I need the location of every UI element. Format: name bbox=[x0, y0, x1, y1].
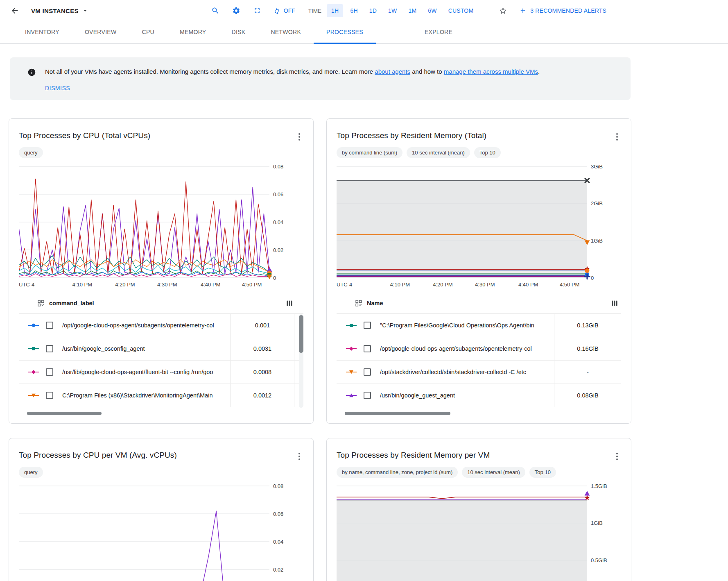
vertical-scrollbar[interactable] bbox=[299, 314, 303, 408]
card-title: Top Processes by CPU per VM (Avg. vCPUs) bbox=[19, 451, 303, 460]
card-title: Top Processes by Resident Memory per VM bbox=[337, 451, 621, 460]
settings-button[interactable] bbox=[229, 3, 244, 18]
horizontal-scrollbar[interactable] bbox=[27, 412, 102, 415]
row-label: /usr/lib/google-cloud-ops-agent/fluent-b… bbox=[62, 369, 231, 375]
card-header: Top Processes by Resident Memory (Total) bbox=[337, 131, 621, 140]
more-options-button[interactable] bbox=[292, 449, 307, 464]
manage-vms-link[interactable]: manage them across multiple VMs bbox=[444, 68, 538, 75]
chip-top10[interactable]: Top 10 bbox=[474, 147, 501, 158]
svg-text:0.04: 0.04 bbox=[273, 219, 283, 225]
search-button[interactable] bbox=[208, 3, 223, 18]
cpu-per-vm-chart[interactable]: 0.080.060.040.020UTC-44:10 PM4:20 PM4:30… bbox=[19, 482, 303, 581]
card-top-processes-by-resident-memory-per-vm: Top Processes by Resident Memory per VM … bbox=[326, 438, 631, 581]
row-label: C:\Program Files (x86)\Stackdriver\Monit… bbox=[62, 392, 231, 399]
table-row: /usr/bin/google_guest_agent 0.08GiB bbox=[337, 384, 621, 407]
cpu-total-chart[interactable]: 0.080.060.040.020UTC-44:10 PM4:20 PM4:30… bbox=[19, 162, 303, 292]
svg-text:0.04: 0.04 bbox=[273, 539, 283, 545]
series-marker bbox=[28, 369, 46, 375]
more-options-button[interactable] bbox=[292, 129, 307, 144]
chip-group-by[interactable]: by name, command line, zone, project id … bbox=[337, 467, 458, 478]
tab-inventory[interactable]: INVENTORY bbox=[12, 21, 72, 44]
row-value: 0.08GiB bbox=[554, 384, 621, 407]
row-checkbox[interactable] bbox=[364, 322, 371, 329]
series-marker bbox=[346, 369, 364, 375]
columns-button[interactable] bbox=[611, 300, 618, 306]
select-all-checkbox[interactable] bbox=[38, 300, 44, 306]
svg-text:4:50 PM: 4:50 PM bbox=[560, 281, 579, 288]
series-marker bbox=[346, 393, 364, 398]
svg-text:4:10 PM: 4:10 PM bbox=[390, 281, 410, 288]
card-title: Top Processes by Resident Memory (Total) bbox=[337, 131, 621, 140]
back-button[interactable] bbox=[7, 2, 23, 19]
tab-explore[interactable]: EXPLORE bbox=[412, 21, 465, 44]
row-checkbox[interactable] bbox=[364, 392, 371, 399]
row-checkbox[interactable] bbox=[46, 345, 53, 352]
svg-text:0: 0 bbox=[591, 275, 594, 281]
svg-text:4:20 PM: 4:20 PM bbox=[115, 281, 135, 288]
tab-memory[interactable]: MEMORY bbox=[167, 21, 219, 44]
column-header-label: command_label bbox=[49, 300, 94, 306]
time-range-6w[interactable]: 6W bbox=[423, 4, 441, 17]
time-range-1d[interactable]: 1D bbox=[365, 4, 381, 17]
hscroll-row bbox=[337, 407, 621, 420]
columns-button[interactable] bbox=[286, 300, 293, 306]
card-top-processes-by-cpu: Top Processes by CPU (Total vCPUs) query… bbox=[9, 118, 314, 424]
table-row: /usr/lib/google-cloud-ops-agent/fluent-b… bbox=[19, 361, 303, 384]
favorite-button[interactable] bbox=[495, 3, 510, 18]
more-options-button[interactable] bbox=[610, 449, 624, 464]
svg-text:UTC-4: UTC-4 bbox=[19, 281, 34, 288]
table-row: "C:\Program Files\Google\Cloud Operation… bbox=[337, 314, 621, 337]
row-label: /usr/bin/google_guest_agent bbox=[380, 392, 554, 399]
tab-cpu[interactable]: CPU bbox=[129, 21, 167, 44]
time-range-1h[interactable]: 1H bbox=[327, 4, 343, 17]
tab-overview[interactable]: OVERVIEW bbox=[72, 21, 129, 44]
vm-instances-selector[interactable]: VM INSTANCES bbox=[29, 6, 91, 16]
svg-text:0.08: 0.08 bbox=[273, 163, 283, 170]
banner-text-part: and how to bbox=[410, 68, 444, 75]
time-range-custom[interactable]: CUSTOM bbox=[444, 4, 478, 17]
arrow-back-icon bbox=[10, 6, 19, 15]
table-row: /usr/bin/google_osconfig_agent 0.0031 bbox=[19, 337, 303, 361]
series-marker bbox=[28, 346, 46, 352]
dismiss-button[interactable]: DISMISS bbox=[45, 85, 70, 91]
chip-query[interactable]: query bbox=[19, 147, 43, 158]
select-all-checkbox[interactable] bbox=[355, 300, 362, 306]
tab-network[interactable]: NETWORK bbox=[258, 21, 314, 44]
row-checkbox[interactable] bbox=[46, 392, 53, 399]
time-range-1m[interactable]: 1M bbox=[404, 4, 421, 17]
star-icon bbox=[499, 7, 507, 15]
about-agents-link[interactable]: about agents bbox=[375, 68, 410, 75]
select-all-icon bbox=[355, 300, 362, 306]
table-row: /opt/google-cloud-ops-agent/subagents/op… bbox=[19, 314, 303, 337]
scrollbar-handle[interactable] bbox=[299, 315, 303, 353]
recommended-alerts-button[interactable]: 3 RECOMMENDED ALERTS bbox=[517, 7, 609, 15]
series-marker bbox=[346, 322, 364, 328]
table-header-row: Name bbox=[337, 293, 621, 314]
row-checkbox[interactable] bbox=[46, 322, 53, 329]
memory-total-chart[interactable]: 3GiB2GiB1GiB0UTC-44:10 PM4:20 PM4:30 PM4… bbox=[337, 162, 621, 292]
tab-processes[interactable]: PROCESSES bbox=[314, 21, 376, 44]
row-checkbox[interactable] bbox=[364, 368, 371, 376]
svg-text:0.06: 0.06 bbox=[273, 511, 283, 517]
time-range-1w[interactable]: 1W bbox=[384, 4, 401, 17]
chip-interval[interactable]: 10 sec interval (mean) bbox=[462, 467, 525, 478]
memory-per-vm-chart[interactable]: 1.5GiB1GiB0.5GiB0UTC-44:10 PM4:20 PM4:30… bbox=[337, 482, 621, 581]
svg-text:0.02: 0.02 bbox=[273, 247, 283, 253]
fullscreen-button[interactable] bbox=[250, 3, 265, 18]
auto-refresh-button[interactable]: OFF bbox=[271, 7, 298, 15]
chip-group-by[interactable]: by command line (sum) bbox=[337, 147, 402, 158]
more-options-button[interactable] bbox=[610, 129, 624, 144]
search-icon bbox=[211, 7, 219, 15]
chip-top10[interactable]: Top 10 bbox=[529, 467, 556, 478]
row-checkbox[interactable] bbox=[364, 345, 371, 352]
tab-disk[interactable]: DISK bbox=[219, 21, 258, 44]
chip-interval[interactable]: 10 sec interval (mean) bbox=[407, 147, 470, 158]
svg-text:4:40 PM: 4:40 PM bbox=[518, 281, 538, 288]
chip-query[interactable]: query bbox=[19, 467, 43, 478]
time-range-6h[interactable]: 6H bbox=[346, 4, 362, 17]
row-checkbox[interactable] bbox=[46, 368, 53, 376]
gear-icon bbox=[232, 7, 240, 15]
horizontal-scrollbar[interactable] bbox=[345, 412, 450, 415]
tab-bar: INVENTORY OVERVIEW CPU MEMORY DISK NETWO… bbox=[0, 21, 728, 44]
kebab-icon bbox=[298, 453, 300, 460]
